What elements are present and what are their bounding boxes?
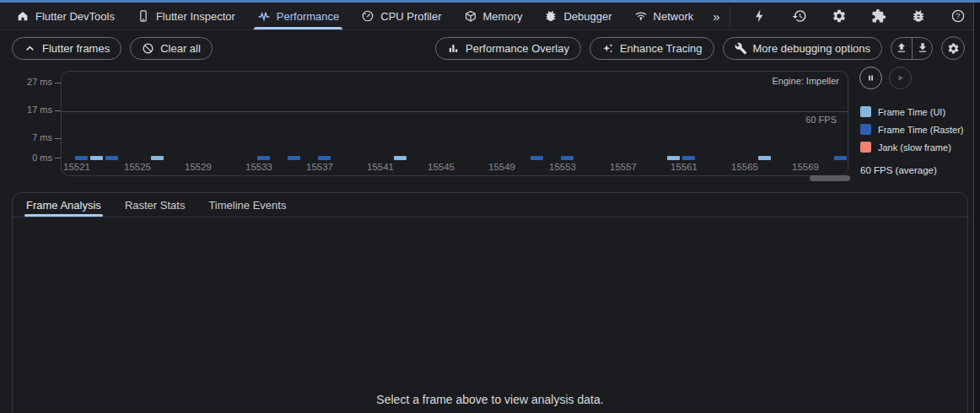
nav-item-flutter-inspector[interactable]: Flutter Inspector [126, 3, 246, 30]
tab-label: Timeline Events [208, 199, 286, 212]
frame-analysis-panel: Frame Analysis Raster Stats Timeline Eve… [12, 192, 968, 413]
settings-button[interactable] [830, 7, 848, 25]
frames-chart-plot: Engine: Impeller 60 FPS 1552115525155291… [61, 71, 848, 176]
toolbar-left-group: Flutter frames Clear all [12, 37, 213, 60]
tab-raster-stats[interactable]: Raster Stats [113, 193, 197, 217]
bar-chart-icon [447, 42, 460, 55]
panel-tab-bar: Frame Analysis Raster Stats Timeline Eve… [13, 193, 967, 217]
pause-recording-button[interactable] [859, 67, 882, 89]
legend-label: Frame Time (UI) [878, 107, 945, 117]
lightning-icon [752, 8, 767, 24]
frame-time-raster-swatch [860, 124, 871, 135]
bug-report-icon [911, 8, 926, 24]
frame-bar-15561-raster[interactable] [682, 156, 695, 160]
chart-horizontal-scrollbar[interactable] [810, 175, 850, 181]
recording-controls [859, 67, 912, 89]
chevron-up-icon [24, 42, 36, 55]
help-button[interactable]: ? [949, 7, 967, 25]
tab-label: Raster Stats [125, 199, 186, 212]
clear-all-label: Clear all [160, 42, 201, 55]
x-axis-label: 15521 [58, 162, 95, 172]
export-button[interactable] [891, 38, 912, 59]
x-axis-label: 15541 [362, 162, 399, 172]
nav-item-memory[interactable]: Memory [453, 3, 534, 30]
extensions-button[interactable] [870, 7, 888, 25]
frame-bar-15551-raster[interactable] [530, 156, 543, 160]
frame-bar-15523-raster[interactable] [105, 156, 118, 160]
network-icon [634, 9, 648, 23]
y-axis-label: 27 ms [0, 77, 52, 87]
home-icon [16, 9, 30, 23]
package-icon [464, 9, 477, 23]
flutter-frames-toggle-button[interactable]: Flutter frames [12, 37, 121, 60]
play-icon [895, 72, 906, 83]
x-axis-label: 15569 [787, 162, 824, 172]
x-axis-label: 15525 [119, 162, 156, 172]
more-debugging-options-button[interactable]: More debugging options [723, 37, 883, 60]
frame-bar-15542-ui[interactable] [394, 156, 407, 160]
frame-bar-15526-ui[interactable] [151, 156, 164, 160]
legend-label: Frame Time (Raster) [878, 125, 963, 135]
lightning-button[interactable] [751, 7, 769, 25]
phone-icon [137, 9, 150, 23]
frame-bar-15571-raster[interactable] [834, 156, 847, 160]
nav-item-debugger[interactable]: Debugger [533, 3, 622, 30]
toolbar-right-group: Performance Overlay Enhance Tracing More… [435, 36, 965, 60]
performance-toolbar: Flutter frames Clear all Performance Ove… [0, 30, 980, 66]
tab-frame-analysis[interactable]: Frame Analysis [14, 193, 113, 217]
frame-bar-15537-raster[interactable] [318, 156, 331, 160]
nav-item-devtools-home[interactable]: Flutter DevTools [5, 3, 126, 30]
performance-settings-button[interactable] [941, 36, 965, 60]
y-axis-label: 7 ms [0, 132, 52, 142]
engine-label: Engine: Impeller [773, 76, 840, 86]
frame-bar-15521-raster[interactable] [75, 156, 88, 160]
nav-item-performance[interactable]: Performance [246, 3, 350, 30]
report-bug-button[interactable] [909, 7, 928, 25]
pulse-icon [257, 9, 271, 23]
y-axis-label: 0 ms [0, 153, 52, 163]
legend-item: Jank (slow frame) [860, 138, 963, 156]
bug-icon [544, 9, 557, 23]
nav-label: Debugger [563, 10, 611, 23]
legend-item: Frame Time (Raster) [860, 121, 963, 138]
performance-overlay-button[interactable]: Performance Overlay [435, 37, 581, 60]
frame-bar-15566-ui[interactable] [758, 156, 771, 160]
import-export-group [891, 37, 933, 60]
x-axis-label: 15553 [544, 162, 581, 172]
clear-all-button[interactable]: Clear all [130, 37, 213, 60]
frame-bar-15553-raster[interactable] [561, 156, 573, 160]
pause-icon [865, 72, 876, 83]
gear-icon [832, 8, 847, 24]
nav-overflow-button[interactable]: » [704, 3, 727, 30]
fps-60-gridline [62, 111, 848, 112]
frame-bar-15535-raster[interactable] [288, 156, 300, 160]
nav-label: Memory [483, 10, 523, 23]
enhance-tracing-button[interactable]: Enhance Tracing [590, 37, 714, 60]
history-button[interactable] [790, 7, 809, 25]
tab-timeline-events[interactable]: Timeline Events [197, 193, 298, 217]
gear-icon [947, 42, 960, 55]
nav-tabs: Flutter DevTools Flutter Inspector Perfo… [0, 3, 730, 30]
y-axis-tick [55, 138, 61, 139]
frame-bar-15560-ui[interactable] [667, 156, 680, 160]
frame-bar-15533-raster[interactable] [257, 156, 270, 160]
nav-label: Performance [277, 10, 339, 23]
block-icon [142, 42, 154, 55]
nav-label: Flutter Inspector [156, 10, 235, 23]
nav-item-cpu-profiler[interactable]: CPU Profiler [350, 3, 452, 30]
frames-chart: Engine: Impeller 60 FPS 1552115525155291… [0, 71, 857, 184]
flutter-frames-label: Flutter frames [42, 42, 110, 55]
main-nav-bar: Flutter DevTools Flutter Inspector Perfo… [0, 3, 980, 30]
import-button[interactable] [912, 38, 932, 59]
more-debugging-options-label: More debugging options [753, 42, 871, 55]
history-icon [792, 8, 807, 24]
frame-bar-15522-ui[interactable] [90, 156, 103, 160]
gauge-icon [361, 9, 374, 23]
svg-text:?: ? [956, 12, 961, 20]
nav-item-network[interactable]: Network [623, 3, 705, 30]
resume-recording-button[interactable] [889, 67, 912, 89]
x-axis-label: 15565 [726, 162, 763, 172]
x-axis-label: 15545 [423, 162, 460, 172]
frame-time-ui-swatch [860, 106, 871, 117]
legend-item: Frame Time (UI) [860, 103, 963, 121]
